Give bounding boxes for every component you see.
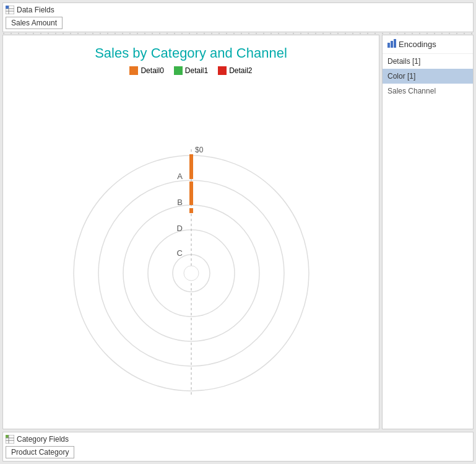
svg-rect-20 [387, 43, 390, 48]
svg-rect-21 [391, 41, 393, 48]
svg-rect-17 [189, 208, 193, 213]
encoding-details[interactable]: Details [1] [383, 54, 473, 69]
svg-rect-13 [189, 154, 193, 179]
category-fields-label: Category Fields [17, 435, 69, 444]
chart-area: $0 A B D C [3, 80, 379, 429]
legend-item-2: Detail2 [218, 66, 252, 75]
encodings-panel: Encodings Details [1] Color [1] Sales Ch… [382, 35, 474, 429]
category-fields-header: Category Fields [6, 435, 470, 444]
category-icon [6, 435, 14, 444]
svg-rect-4 [6, 6, 9, 9]
legend-swatch-2 [218, 66, 227, 75]
radial-chart: $0 A B D C [49, 112, 334, 397]
main-container: Data Fields Sales Amount Sales by Catego… [0, 0, 476, 464]
legend-swatch-1 [174, 66, 183, 75]
svg-rect-24 [6, 435, 9, 438]
svg-rect-15 [189, 182, 193, 205]
svg-text:$0: $0 [195, 146, 204, 154]
encodings-header: Encodings [383, 35, 473, 54]
svg-text:C: C [176, 248, 182, 258]
legend-label-2: Detail2 [229, 66, 252, 75]
svg-text:B: B [177, 198, 183, 207]
svg-rect-22 [394, 39, 396, 48]
legend-label-0: Detail0 [141, 66, 163, 75]
sales-amount-chip[interactable]: Sales Amount [6, 17, 63, 29]
middle-section: Sales by Category and Channel Detail0 De… [2, 35, 474, 429]
legend-item-1: Detail1 [174, 66, 208, 75]
chart-panel: Sales by Category and Channel Detail0 De… [2, 35, 379, 429]
legend-item-0: Detail0 [129, 66, 163, 75]
table-icon [6, 6, 14, 14]
product-category-chip[interactable]: Product Category [6, 446, 74, 458]
svg-text:D: D [176, 224, 182, 233]
encoding-color[interactable]: Color [1] [383, 69, 473, 84]
data-fields-label: Data Fields [17, 6, 54, 14]
legend-label-1: Detail1 [185, 66, 208, 75]
legend-swatch-0 [129, 66, 138, 75]
category-fields-panel: Category Fields Product Category [2, 432, 474, 462]
chart-title: Sales by Category and Channel [95, 45, 287, 61]
encodings-label: Encodings [399, 40, 436, 49]
data-fields-header: Data Fields [6, 6, 470, 14]
svg-point-19 [184, 266, 199, 281]
data-fields-panel: Data Fields Sales Amount [2, 2, 474, 32]
svg-text:A: A [177, 172, 183, 181]
bar-chart-icon [387, 39, 396, 50]
encoding-sales-channel[interactable]: Sales Channel [383, 84, 473, 98]
chart-legend: Detail0 Detail1 Detail2 [129, 66, 252, 75]
